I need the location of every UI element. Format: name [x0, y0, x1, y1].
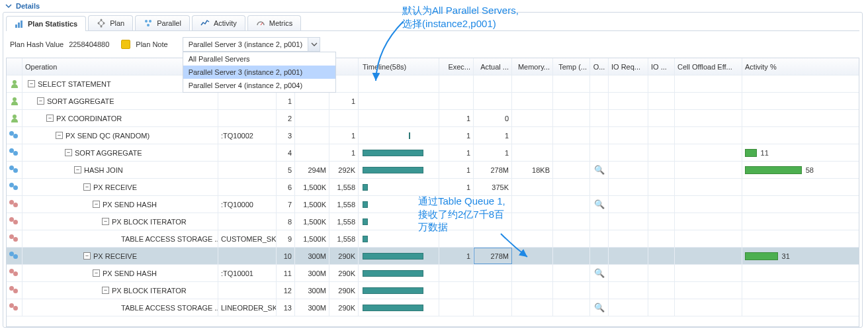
est-cost-cell: 1 [329, 93, 359, 109]
col-temp[interactable]: Temp (... [553, 58, 590, 75]
dropdown-item[interactable]: Parallel Server 4 (instance 2, p004) [183, 79, 335, 92]
activity-value: 11 [761, 149, 769, 157]
px-group-red-icon [9, 234, 20, 244]
col-exec[interactable]: Exec... [439, 58, 474, 75]
est-rows-cell [295, 110, 329, 126]
other-cell [590, 144, 609, 161]
table-row[interactable]: TABLE ACCESS STORAGE ...LINEORDER_SKI133… [7, 299, 859, 316]
tab-label: Parallel [157, 19, 181, 27]
operation-label: PX SEND QC (RANDOM) [65, 132, 150, 140]
actual-cell: 1 [474, 144, 512, 161]
io-cell [648, 144, 675, 161]
table-row[interactable]: −PX SEND HASH:TQ1000111300M290K🔍 [7, 265, 859, 282]
actual-cell: 278M [474, 248, 512, 264]
other-cell [590, 230, 609, 247]
temp-cell [553, 93, 590, 109]
collapse-icon[interactable]: − [28, 80, 35, 87]
io-cell [648, 299, 675, 316]
offload-cell [675, 282, 742, 299]
tab-bar: Plan Statistics Plan Parallel Activity [6, 15, 859, 31]
est-cost-cell: 1,558 [329, 213, 359, 230]
line-id-cell: 2 [277, 110, 295, 126]
chevron-down-icon[interactable] [4, 1, 13, 11]
other-cell [590, 75, 609, 92]
px-group-blue-icon [9, 148, 20, 158]
tab-parallel[interactable]: Parallel [135, 15, 190, 30]
binoculars-icon[interactable]: 🔍 [594, 268, 605, 278]
parallel-server-dropdown[interactable]: Parallel Server 3 (instance 2, p001) All… [183, 37, 320, 52]
table-row[interactable]: −PX BLOCK ITERATOR12300M290K [7, 282, 859, 299]
actual-cell [474, 230, 512, 247]
tab-plan[interactable]: Plan [88, 15, 133, 30]
details-body: Plan Statistics Plan Parallel Activity [3, 12, 863, 328]
table-row[interactable]: −HASH JOIN5294M292K1278M18KB🔍58 [7, 162, 859, 179]
collapse-icon[interactable]: − [102, 218, 109, 225]
est-rows-cell [295, 93, 329, 109]
chevron-down-icon[interactable] [308, 38, 320, 51]
plan-note-label[interactable]: Plan Note [136, 40, 167, 48]
svg-rect-0 [15, 24, 17, 28]
exec-cell [439, 196, 474, 213]
table-row[interactable]: −SORT AGGREGATE11 [7, 93, 859, 110]
actual-cell [474, 299, 512, 316]
table-row[interactable]: −PX COORDINATOR210 [7, 110, 859, 127]
collapse-icon[interactable]: − [83, 252, 91, 260]
offload-cell [675, 144, 742, 161]
collapse-icon[interactable]: − [37, 97, 44, 105]
ioreq-cell [609, 110, 648, 126]
table-row[interactable]: TABLE ACCESS STORAGE ...CUSTOMER_SKE91,5… [7, 230, 859, 248]
table-row[interactable]: −PX RECEIVE61,500K1,5581375K [7, 179, 859, 196]
exec-cell: 1 [439, 144, 474, 161]
actual-cell: 278M [474, 162, 512, 178]
collapse-icon[interactable]: − [102, 287, 109, 294]
note-icon[interactable] [121, 40, 130, 49]
table-row[interactable]: −PX SEND QC (RANDOM):TQ100023111 [7, 127, 859, 144]
binoculars-icon[interactable]: 🔍 [594, 165, 605, 175]
table-row[interactable]: −PX RECEIVE10300M290K1278M31 [7, 248, 859, 265]
activity-icon [200, 19, 210, 28]
collapse-icon[interactable]: − [74, 166, 81, 173]
collapse-icon[interactable]: − [93, 201, 100, 208]
name-cell: :TQ10002 [218, 127, 277, 144]
binoculars-icon[interactable]: 🔍 [594, 303, 605, 312]
col-activity[interactable]: Activity % [742, 58, 816, 75]
tab-plan-statistics[interactable]: Plan Statistics [6, 16, 86, 31]
col-offload[interactable]: Cell Offload Eff... [675, 58, 742, 75]
dropdown-item[interactable]: Parallel Server 3 (instance 2, p001) [183, 66, 335, 79]
est-cost-cell: 290K [329, 248, 359, 264]
tab-activity[interactable]: Activity [192, 15, 245, 30]
details-panel: Details Plan Statistics Plan Parallel [3, 1, 863, 328]
tab-label: Activity [214, 19, 237, 27]
dropdown-button[interactable]: Parallel Server 3 (instance 2, p001) [183, 37, 320, 52]
est-rows-cell: 1,500K [295, 213, 329, 230]
table-row[interactable]: −SELECT STATEMENT [7, 75, 859, 93]
timeline-cell [359, 248, 439, 264]
col-ioreq[interactable]: IO Req... [609, 58, 648, 75]
memory-cell [512, 265, 553, 281]
collapse-icon[interactable]: − [65, 149, 72, 156]
col-timeline[interactable]: Timeline(58s) [359, 58, 439, 75]
tab-metrics[interactable]: Metrics [247, 15, 301, 30]
name-cell [218, 213, 277, 230]
col-io[interactable]: IO ... [648, 58, 675, 75]
col-other[interactable]: O... [590, 58, 609, 75]
collapse-icon[interactable]: − [93, 269, 100, 277]
col-actual[interactable]: Actual ... [474, 58, 512, 75]
table-row[interactable]: −PX BLOCK ITERATOR81,500K1,558 [7, 213, 859, 230]
name-cell [218, 144, 277, 161]
collapse-icon[interactable]: − [46, 115, 54, 122]
collapse-icon[interactable]: − [83, 183, 91, 191]
memory-cell [512, 179, 553, 195]
table-row[interactable]: −SORT AGGREGATE411111 [7, 144, 859, 162]
dropdown-item[interactable]: All Parallel Servers [183, 52, 335, 66]
collapse-icon[interactable]: − [56, 132, 63, 139]
px-group-red-icon [9, 303, 20, 312]
io-cell [648, 265, 675, 281]
actual-cell [474, 93, 512, 109]
details-header: Details [3, 1, 863, 11]
col-memory[interactable]: Memory... [512, 58, 553, 75]
table-row[interactable]: −PX SEND HASH:TQ1000071,500K1,558🔍 [7, 196, 859, 213]
timeline-cell [359, 299, 439, 316]
binoculars-icon[interactable]: 🔍 [594, 199, 605, 209]
offload-cell [675, 213, 742, 230]
